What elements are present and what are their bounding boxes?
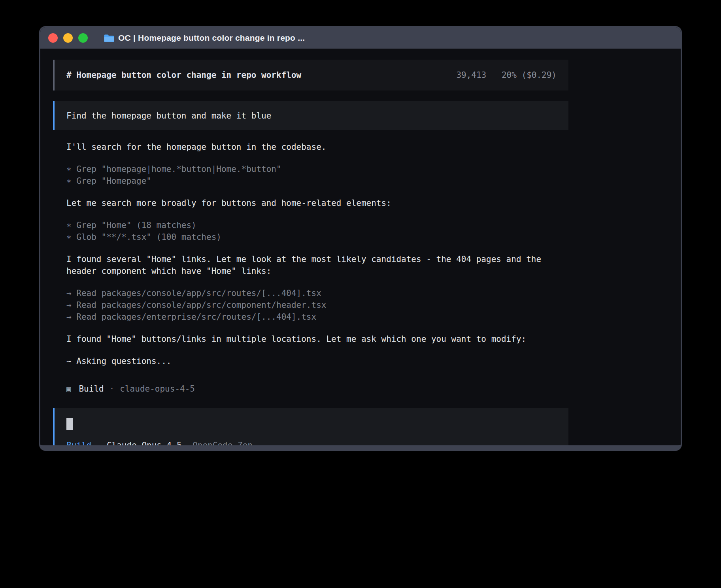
context-cost: 20% ($0.29) [502, 70, 557, 80]
tool-call-group: ∗ Grep "Home" (18 matches)∗ Glob "**/*.t… [66, 219, 568, 243]
agent-separator: · [109, 383, 115, 395]
prompt-input[interactable]: Build Claude Opus 4.5 OpenCode Zen [53, 408, 568, 451]
window-titlebar[interactable]: OC | Homepage button color change in rep… [40, 27, 681, 49]
text-cursor [66, 418, 73, 430]
user-message: Find the homepage button and make it blu… [53, 101, 568, 130]
assistant-text: I found "Home" buttons/links in multiple… [66, 333, 568, 345]
session-stats: 39,413 20% ($0.29) [456, 70, 557, 80]
user-message-text: Find the homepage button and make it blu… [66, 111, 271, 121]
title-group: OC | Homepage button color change in rep… [104, 33, 305, 43]
agent-status-row: ▣ Build · claude-opus-4-5 [53, 383, 568, 395]
agent-model: claude-opus-4-5 [120, 383, 195, 395]
input-provider-label: OpenCode Zen [193, 441, 253, 450]
session-header: # Homepage button color change in repo w… [53, 60, 568, 90]
input-meta: Build Claude Opus 4.5 OpenCode Zen [66, 439, 557, 451]
assistant-text: I found several "Home" links. Let me loo… [66, 253, 568, 277]
assistant-text: ~ Asking questions... [66, 355, 568, 367]
minimize-button[interactable] [63, 33, 73, 43]
input-model-label: Claude Opus 4.5 [107, 441, 182, 450]
assistant-text: I'll search for the homepage button in t… [66, 141, 568, 153]
tool-call-group: → Read packages/console/app/src/routes/[… [66, 287, 568, 323]
terminal-content: # Homepage button color change in repo w… [40, 60, 681, 451]
assistant-text: Let me search more broadly for buttons a… [66, 197, 568, 209]
terminal-window: OC | Homepage button color change in rep… [39, 26, 682, 451]
session-title: # Homepage button color change in repo w… [66, 70, 301, 80]
zoom-button[interactable] [78, 33, 88, 43]
close-button[interactable] [48, 33, 58, 43]
transcript: I'll search for the homepage button in t… [53, 141, 568, 367]
traffic-lights [48, 33, 93, 43]
agent-name: Build [79, 383, 104, 395]
folder-icon [104, 34, 114, 42]
agent-icon: ▣ [66, 383, 71, 395]
tool-call-group: ∗ Grep "homepage|home.*button|Home.*butt… [66, 163, 568, 187]
input-mode-label: Build [66, 441, 91, 450]
window-title: OC | Homepage button color change in rep… [118, 33, 305, 43]
token-count: 39,413 [456, 70, 486, 80]
